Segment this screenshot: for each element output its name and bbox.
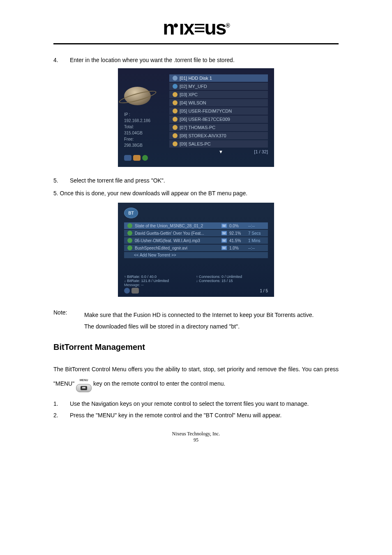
torrent-eta: --:-- xyxy=(248,224,265,228)
network-icon xyxy=(173,117,178,122)
torrent-row[interactable]: State of the Union_MSNBC_28_01_2 M 0.0% … xyxy=(124,222,268,229)
ss1-info-panel: IP : 192.168.2.186 Total: 315.04GB Free:… xyxy=(124,111,169,148)
list-item-label: [06] USER-8E17CCE009 xyxy=(180,117,230,122)
bt-management-para: The BitTorrent Control Menu offers you t… xyxy=(53,362,339,392)
list-item[interactable]: [05] USER-FEDIM7YCDN xyxy=(169,107,268,115)
network-icon xyxy=(173,125,178,130)
ip-value: 192.168.2.186 xyxy=(124,118,169,124)
torrent-percent: 0.0% xyxy=(229,224,246,228)
footer-company: Nixeus Technology, Inc. xyxy=(53,431,339,437)
step-5b: 5. Once this is done, your new downloads… xyxy=(53,189,339,198)
network-icon xyxy=(173,92,178,97)
page-indicator: [1 / 32] xyxy=(254,149,268,154)
list-item-label: [09] SALES-PC xyxy=(180,141,211,146)
note-label: Note: xyxy=(53,309,84,332)
list-item-label: [02] MY_UFD xyxy=(180,84,207,89)
nav-badge-icon xyxy=(133,155,141,161)
bt-message: Message: -- xyxy=(124,283,268,287)
logo: nıx≡us® xyxy=(53,16,339,39)
list-item[interactable]: [09] SALES-PC xyxy=(169,140,268,148)
nav-badge-icon xyxy=(142,155,148,161)
section-title: BitTorrent Management xyxy=(53,342,339,352)
step-4-text: Enter in the location where you want the… xyxy=(70,57,339,63)
planet-icon xyxy=(124,87,151,105)
torrent-row[interactable]: BushSpeechEdited_ognir.avi M 1.0% --:-- xyxy=(124,245,268,251)
priority-badge: M xyxy=(221,224,227,228)
page-footer: Nixeus Technology, Inc. 95 xyxy=(53,431,339,443)
header-divider xyxy=(53,43,339,44)
step-5-num: 5. xyxy=(53,177,70,184)
torrent-name: 06-Usher-OMG(feat. Will.I.Am).mp3 xyxy=(135,238,219,243)
list-item-label: [07] THOMAS-PC xyxy=(180,125,215,130)
add-torrent-label: << Add New Torrent >> xyxy=(134,253,176,257)
list-item-label: [03] XPC xyxy=(180,92,198,97)
screenshot-location-browser: IP : 192.168.2.186 Total: 315.04GB Free:… xyxy=(118,68,274,167)
torrent-eta: 1 Mins xyxy=(248,238,265,243)
mgmt-step-2-text: Press the "MENU" key in the remote contr… xyxy=(70,412,339,419)
free-label: Free: xyxy=(124,136,169,142)
torrent-row[interactable]: 06-Usher-OMG(feat. Will.I.Am).mp3 M 41.5… xyxy=(124,237,268,244)
dn-connections: ↓ Connections: 15 / 15 xyxy=(196,279,268,283)
chevron-down-icon[interactable]: ▼ xyxy=(219,149,223,154)
download-icon xyxy=(127,245,132,250)
bt-stats: ↑ BitRate: 0.0 / 40.0 ↓ BitRate: 121.8 /… xyxy=(124,275,268,283)
nav-badge-icon xyxy=(124,155,131,161)
bt-page-indicator: 1 / 5 xyxy=(260,289,268,293)
logo-text: nıx≡us xyxy=(163,17,226,39)
network-icon xyxy=(173,133,178,138)
menu-key-label: MENU xyxy=(76,377,92,384)
total-value: 315.04GB xyxy=(124,130,169,136)
mgmt-step-1: 1. Use the Navigation keys on your remot… xyxy=(53,400,339,407)
nav-badge-icon xyxy=(131,288,139,294)
up-bitrate: ↑ BitRate: 0.0 / 40.0 xyxy=(124,275,196,279)
list-item[interactable]: [07] THOMAS-PC xyxy=(169,124,268,131)
para1-part2: key on the remote control to enter the c… xyxy=(93,381,225,387)
download-icon xyxy=(127,238,132,243)
list-item-label: [08] STOREX-AIVX370 xyxy=(180,133,226,138)
nav-badges xyxy=(124,288,139,294)
torrent-eta: --:-- xyxy=(248,246,265,250)
network-icon xyxy=(173,100,178,105)
nav-badges xyxy=(124,155,268,161)
step-5-text: Select the torrent file and press "OK". xyxy=(70,177,339,184)
step-4-num: 4. xyxy=(53,57,70,63)
torrent-percent: 92.1% xyxy=(229,231,246,236)
list-item[interactable]: [01] HDD Disk 1 xyxy=(169,74,268,82)
logo-reg: ® xyxy=(226,22,229,29)
note-block: Note: Make sure that the Fusion HD is co… xyxy=(53,309,339,332)
download-icon xyxy=(127,223,132,228)
device-icon xyxy=(173,84,178,89)
menu-key-icon: MENU xyxy=(76,377,92,392)
dn-bitrate: ↓ BitRate: 121.8 / Unlimited xyxy=(124,279,196,283)
list-item-label: [01] HDD Disk 1 xyxy=(180,76,212,81)
torrent-percent: 1.0% xyxy=(229,246,246,250)
list-item[interactable]: [04] WILSON xyxy=(169,99,268,106)
step-4: 4. Enter in the location where you want … xyxy=(53,57,339,63)
mgmt-step-2-num: 2. xyxy=(53,412,70,419)
torrent-eta: 7 Secs xyxy=(248,231,265,236)
list-item-label: [04] WILSON xyxy=(180,100,206,105)
add-torrent-row[interactable]: << Add New Torrent >> xyxy=(124,252,268,258)
torrent-name: BushSpeechEdited_ognir.avi xyxy=(135,246,219,250)
ip-label: IP : xyxy=(124,111,169,118)
list-item[interactable]: [08] STOREX-AIVX370 xyxy=(169,132,268,139)
list-item[interactable]: [02] MY_UFD xyxy=(169,83,268,90)
nav-badge-icon xyxy=(124,288,130,294)
network-icon xyxy=(173,141,178,146)
list-item[interactable]: [06] USER-8E17CCE009 xyxy=(169,116,268,123)
screenshot-bt-menu: BT State of the Union_MSNBC_28_01_2 M 0.… xyxy=(118,203,274,297)
bt-logo-icon: BT xyxy=(124,208,138,218)
up-connections: ↑ Connections: 0 / Unlimited xyxy=(196,275,268,279)
torrent-row[interactable]: David Guetta-Gettin' Over You (Feat... M… xyxy=(124,230,268,236)
network-icon xyxy=(173,109,178,113)
hdd-icon xyxy=(173,76,178,81)
total-label: Total: xyxy=(124,124,169,130)
note-line1: Make sure that the Fusion HD is connecte… xyxy=(84,309,339,321)
list-item[interactable]: [03] XPC xyxy=(169,91,268,98)
torrent-percent: 41.5% xyxy=(229,238,246,243)
priority-badge: M xyxy=(221,231,227,235)
note-line2: The downloaded files will be stored in a… xyxy=(84,321,339,332)
mgmt-step-1-num: 1. xyxy=(53,400,70,407)
torrent-name: State of the Union_MSNBC_28_01_2 xyxy=(135,224,219,228)
mgmt-step-1-text: Use the Navigation keys on your remote c… xyxy=(70,400,339,407)
